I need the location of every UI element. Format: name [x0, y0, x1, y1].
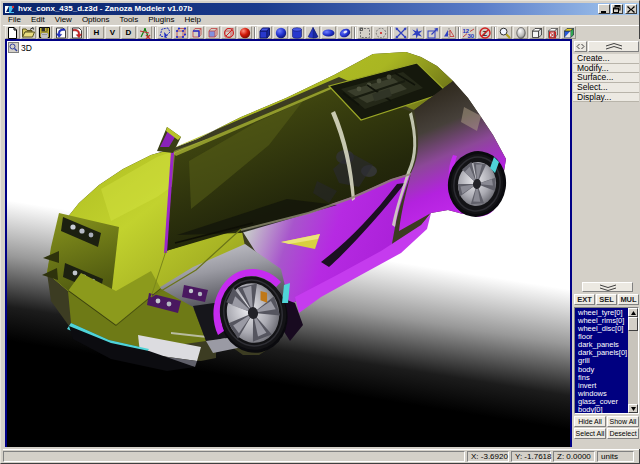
wireframe-mode-button[interactable]: [529, 26, 544, 39]
create-sphere-icon: [275, 27, 287, 39]
create-sphere-button[interactable]: [273, 26, 288, 39]
create-ellipsoid-icon: [322, 27, 335, 39]
arrow-up-icon: [631, 311, 636, 315]
local-axes-icon: [139, 27, 151, 39]
vertices-level-button[interactable]: [173, 26, 188, 39]
zoom-tool-icon: [499, 27, 511, 39]
viewport-3d[interactable]: 3D: [5, 39, 572, 447]
scroll-down-button[interactable]: [628, 404, 638, 413]
ext-button[interactable]: EXT: [574, 294, 595, 305]
side-panel: Create... Modify... Surface... Select...…: [572, 39, 640, 449]
select-all-button[interactable]: Select All: [574, 428, 606, 439]
list-item[interactable]: floor: [576, 333, 630, 341]
deselect-button[interactable]: Deselect: [607, 428, 639, 439]
status-y-cell: Y: -1.7618: [511, 451, 551, 462]
list-item[interactable]: grill: [576, 357, 630, 365]
create-cone-button[interactable]: [305, 26, 320, 39]
zoom-tool-button[interactable]: [497, 26, 512, 39]
create-box-button[interactable]: [257, 26, 272, 39]
title-bar[interactable]: hvx_conx_435_d.z3d - Zanoza Modeler v1.0…: [3, 3, 639, 15]
edges-level-icon: [191, 27, 203, 39]
minimize-button[interactable]: [598, 4, 610, 14]
mirror-tool-button[interactable]: [441, 26, 456, 39]
scroll-up-button[interactable]: [628, 308, 638, 317]
export-file-button[interactable]: [69, 26, 84, 39]
scroll-thumb[interactable]: [628, 317, 638, 331]
materials-editor-button[interactable]: [237, 26, 252, 39]
create-torus-button[interactable]: [337, 26, 352, 39]
list-item[interactable]: body[0]: [576, 406, 630, 414]
sel-button[interactable]: SEL: [596, 294, 617, 305]
arrow-down-icon: [631, 407, 636, 411]
menu-tools[interactable]: Tools: [114, 15, 143, 25]
viewport-zoom-button[interactable]: [8, 42, 19, 53]
rotate-tool-button[interactable]: [409, 26, 424, 39]
list-item[interactable]: dark_panels[0]: [576, 349, 630, 357]
minimize-icon: [600, 6, 608, 13]
facets-mode-button[interactable]: [545, 26, 560, 39]
create-box-icon: [259, 27, 271, 39]
facets-mode-icon: [547, 27, 559, 39]
select-poly-button[interactable]: [157, 26, 172, 39]
zbuffer-toggle-button[interactable]: Z: [477, 26, 492, 39]
panel-expand-button[interactable]: [574, 41, 587, 52]
list-item[interactable]: wheel_rims[0]: [576, 317, 630, 325]
create-cone-icon: [307, 27, 319, 39]
list-scrollbar[interactable]: [628, 308, 638, 413]
list-item[interactable]: dark_panels: [576, 341, 630, 349]
menu-options[interactable]: Options: [77, 15, 115, 25]
select-quadr-button[interactable]: [357, 26, 372, 39]
list-item[interactable]: windows: [576, 390, 630, 398]
render-scene: [7, 41, 570, 447]
list-item[interactable]: wheel_tyre[0]: [576, 309, 630, 317]
menu-view[interactable]: View: [50, 15, 77, 25]
toolbar-separator: [254, 27, 256, 39]
panel-collapse-down-button[interactable]: [582, 282, 633, 292]
list-item[interactable]: invert: [576, 382, 630, 390]
select-circle-button[interactable]: [373, 26, 388, 39]
vertices-numbers-button[interactable]: 12 30: [461, 26, 476, 39]
polygons-level-button[interactable]: [205, 26, 220, 39]
export-file-icon: [71, 27, 83, 39]
create-cylinder-button[interactable]: [289, 26, 304, 39]
hide-button[interactable]: H: [89, 26, 104, 39]
select-poly-icon: [159, 27, 171, 39]
import-file-button[interactable]: [53, 26, 68, 39]
local-axes-button[interactable]: [137, 26, 152, 39]
objects-level-icon: [223, 27, 235, 39]
magnifier-icon: [9, 43, 18, 52]
panel-menu-display[interactable]: Display...: [573, 93, 639, 103]
close-button[interactable]: [625, 4, 637, 14]
open-file-button[interactable]: [21, 26, 36, 39]
status-message-cell: [3, 451, 465, 462]
hide-all-button[interactable]: Hide All: [574, 416, 606, 427]
restore-button[interactable]: [611, 4, 623, 14]
visible-button[interactable]: V: [105, 26, 120, 39]
shaded-mode-button[interactable]: [513, 26, 528, 39]
new-file-button[interactable]: [5, 26, 20, 39]
objects-listbox[interactable]: wheel_tyre[0] wheel_rims[0] wheel_disc[0…: [574, 307, 639, 414]
delete-button[interactable]: D: [121, 26, 136, 39]
list-item[interactable]: wheel_disc[0]: [576, 325, 630, 333]
status-z-cell: Z: 0.0000: [553, 451, 595, 462]
panel-collapse-up-button[interactable]: [588, 41, 639, 52]
menu-bar: File Edit View Options Tools Plugins Hel…: [3, 15, 639, 25]
move-tool-button[interactable]: [393, 26, 408, 39]
textured-mode-button[interactable]: [561, 26, 576, 39]
save-file-button[interactable]: [37, 26, 52, 39]
menu-file[interactable]: File: [3, 15, 26, 25]
menu-help[interactable]: Help: [179, 15, 205, 25]
show-all-button[interactable]: Show All: [607, 416, 639, 427]
create-cylinder-icon: [291, 27, 303, 39]
menu-edit[interactable]: Edit: [26, 15, 50, 25]
menu-plugins[interactable]: Plugins: [143, 15, 179, 25]
scale-tool-button[interactable]: [425, 26, 440, 39]
list-item[interactable]: glass_cover: [576, 398, 630, 406]
create-ellipsoid-button[interactable]: [321, 26, 336, 39]
list-item[interactable]: fins: [576, 374, 630, 382]
mul-button[interactable]: MUL: [618, 294, 639, 305]
list-item[interactable]: body: [576, 366, 630, 374]
edges-level-button[interactable]: [189, 26, 204, 39]
select-circle-icon: [375, 27, 387, 39]
objects-level-button[interactable]: [221, 26, 236, 39]
